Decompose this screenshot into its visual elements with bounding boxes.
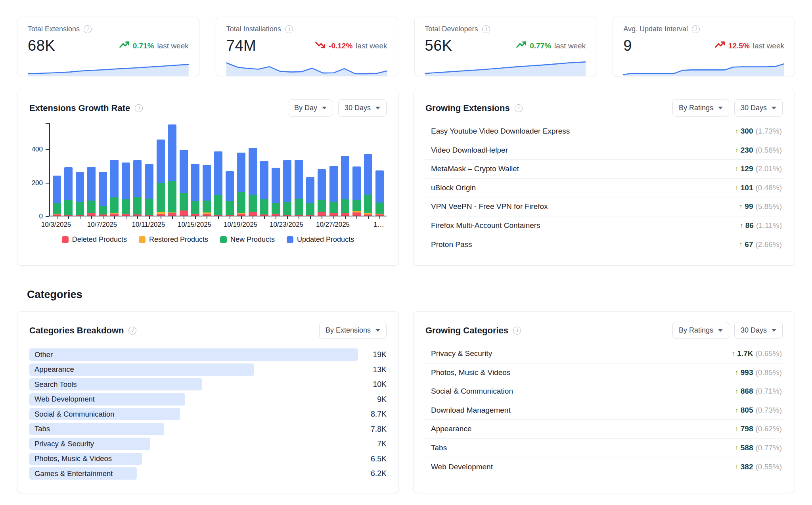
info-icon[interactable]: i [135, 104, 143, 112]
chevron-down-icon [322, 107, 327, 109]
legend-swatch [139, 236, 146, 243]
y-tick-label: 0 [39, 212, 43, 220]
up-arrow-icon: ↑ [735, 444, 738, 451]
info-icon[interactable]: i [128, 327, 136, 335]
item-name: Social & Communication [431, 387, 513, 396]
category-bar-row: Games & Entertainment6.2K [29, 467, 387, 480]
item-percent: (0.71%) [755, 387, 782, 396]
stat-card-total-developers: Total Developers i 56K 0.77% last week [414, 17, 597, 76]
list-item[interactable]: VPN VeePN - Free VPN for Firefox↑99(5.85… [425, 197, 783, 216]
bar-segment [341, 156, 349, 199]
by-ratings-dropdown[interactable]: By Ratings [672, 99, 729, 117]
stat-card-value: 56K [425, 37, 452, 54]
stacked-bar [318, 169, 326, 216]
stacked-bar [180, 150, 188, 216]
item-percent: (5.85%) [755, 202, 782, 211]
info-icon[interactable]: i [285, 25, 293, 33]
stat-card-title: Total Extensions [28, 25, 80, 33]
by-extensions-dropdown[interactable]: By Extensions [319, 322, 387, 339]
y-tick-label: 400 [32, 145, 43, 153]
stat-card-value: 68K [28, 37, 55, 54]
list-item[interactable]: Privacy & Security↑1.7K(0.65%) [425, 344, 783, 363]
legend-swatch [62, 236, 69, 243]
list-item[interactable]: Firefox Multi-Account Containers↑86(1.11… [425, 216, 783, 235]
category-value: 6.5K [358, 454, 387, 463]
category-bar-track: Social & Communication [29, 408, 358, 420]
legend-label: New Products [230, 235, 275, 244]
bar-segment [237, 153, 245, 192]
item-growth-value: ↑805(0.73%) [735, 406, 782, 415]
item-percent: (1.11%) [756, 221, 782, 230]
y-tick-mark [46, 183, 49, 184]
item-growth-value: ↑99(5.85%) [739, 202, 782, 211]
list-item[interactable]: Photos, Music & Videos↑993(0.85%) [425, 363, 783, 383]
stacked-bar [191, 164, 199, 216]
stacked-bar [375, 170, 384, 216]
category-bar-track: Search Tools [29, 378, 358, 390]
item-percent: (0.62%) [755, 425, 782, 433]
stacked-bar [53, 176, 61, 216]
by-day-dropdown[interactable]: By Day [288, 99, 333, 117]
list-item[interactable]: Proton Pass↑67(2.66%) [425, 235, 783, 254]
category-value: 10K [358, 380, 387, 389]
info-icon[interactable]: i [692, 25, 700, 33]
bar-segment [157, 140, 165, 183]
bar-segment [180, 193, 188, 210]
category-bar-row: Web Development9K [29, 393, 387, 406]
bar-segment [133, 197, 142, 214]
bar-segment [122, 199, 130, 214]
item-percent: (0.58%) [755, 146, 782, 155]
bar-segment [295, 199, 303, 215]
category-bar-track: Appearance [29, 363, 358, 376]
sparkline-chart [623, 60, 784, 76]
item-growth-value: ↑588(0.77%) [735, 444, 782, 452]
stacked-bar [249, 148, 257, 216]
bar-segment [145, 164, 153, 198]
range-dropdown[interactable]: 30 Days [734, 99, 783, 117]
item-name: Privacy & Security [431, 349, 492, 358]
bar-segment [260, 199, 268, 214]
category-label: Other [34, 350, 53, 359]
bar-segment [249, 148, 257, 195]
item-name: Tabs [431, 444, 447, 452]
stat-card-change: 0.71% last week [119, 41, 189, 50]
list-item[interactable]: Video DownloadHelper↑230(0.58%) [425, 141, 783, 160]
info-icon[interactable]: i [482, 25, 490, 33]
stat-card-value: 74M [226, 37, 256, 54]
list-item[interactable]: Download Management↑805(0.73%) [425, 401, 783, 420]
up-arrow-icon: ↑ [739, 203, 742, 210]
list-item[interactable]: MetaMask – Crypto Wallet↑129(2.01%) [425, 160, 783, 179]
range-dropdown[interactable]: 30 Days [338, 99, 387, 117]
info-icon[interactable]: i [84, 25, 92, 33]
info-icon[interactable]: i [515, 104, 523, 112]
list-item[interactable]: uBlock Origin↑101(0.48%) [425, 179, 783, 198]
list-item[interactable]: Web Development↑382(0.55%) [425, 457, 783, 476]
category-bar-row: Appearance13K [29, 363, 387, 376]
range-dropdown[interactable]: 30 Days [734, 322, 783, 339]
extensions-growth-rate-panel: Extensions Growth Rate i By Day 30 Days … [17, 89, 399, 266]
y-tick-label: 200 [32, 179, 43, 187]
x-axis-labels: 10/3/202510/7/202510/11/202510/15/202510… [49, 216, 387, 230]
bar-segment [214, 151, 222, 195]
list-item[interactable]: Social & Communication↑868(0.71%) [425, 382, 783, 401]
item-name: Video DownloadHelper [431, 146, 508, 155]
list-item[interactable]: Tabs↑588(0.77%) [425, 439, 783, 458]
stacked-bar [260, 161, 268, 216]
by-ratings-dropdown[interactable]: By Ratings [672, 322, 729, 339]
bar-segment [99, 172, 107, 206]
list-item[interactable]: Easy Youtube Video Downloader Express↑30… [425, 122, 783, 141]
category-label: Privacy & Security [34, 440, 94, 448]
x-tick-label: 10/15/2025 [178, 221, 211, 229]
info-icon[interactable]: i [513, 327, 521, 335]
up-arrow-icon: ↑ [735, 128, 738, 135]
trend-icon [715, 41, 725, 50]
item-name: Easy Youtube Video Downloader Express [431, 127, 570, 136]
category-value: 7.8K [358, 425, 387, 434]
item-name: Firefox Multi-Account Containers [431, 221, 540, 230]
x-tick-label: 10/27/2025 [316, 221, 350, 229]
bar-segment [76, 202, 84, 215]
up-arrow-icon: ↑ [732, 350, 735, 357]
stat-card-title: Total Installations [226, 25, 281, 33]
legend-label: Restored Products [149, 235, 208, 244]
list-item[interactable]: Appearance↑798(0.62%) [425, 420, 783, 439]
